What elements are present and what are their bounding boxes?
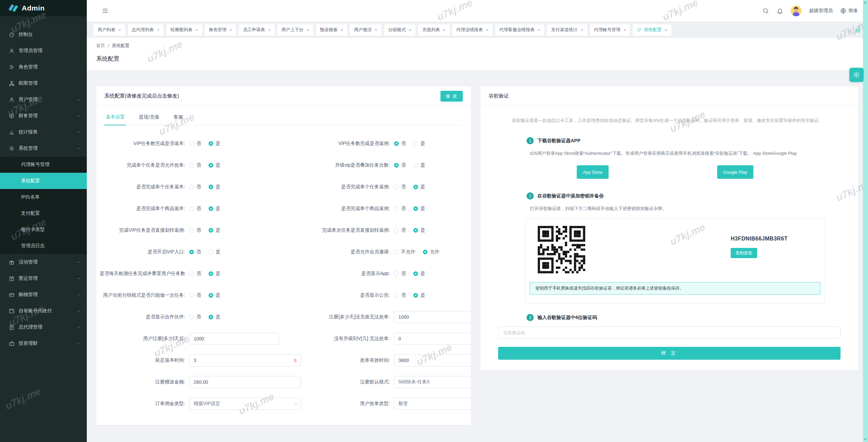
radio-option-是[interactable]: 是: [413, 184, 425, 190]
radio-option-是[interactable]: 是: [209, 206, 220, 212]
google-code-input[interactable]: [498, 327, 841, 339]
radio-option-是[interactable]: 是: [413, 206, 425, 212]
tab-用户上下分[interactable]: 用户上下分×: [277, 24, 313, 36]
radio-unselected-icon[interactable]: [189, 141, 194, 146]
radio-option-是[interactable]: 是: [209, 162, 220, 168]
radio-unselected-icon[interactable]: [189, 228, 194, 233]
radio-option-是[interactable]: 是: [209, 292, 220, 298]
radio-selected-icon[interactable]: [413, 228, 418, 233]
breadcrumb-home[interactable]: 首页: [96, 43, 105, 49]
radio-option-否[interactable]: 否: [189, 249, 201, 255]
sidebar-subitem-代理账号管理[interactable]: 代理账号管理: [0, 156, 87, 173]
tab-总代理列表[interactable]: 总代理列表×: [128, 24, 164, 36]
sidebar-collapse-icon[interactable]: [102, 7, 108, 14]
radio-option-是[interactable]: 是: [209, 184, 220, 190]
tab-用户列表[interactable]: 用户列表×: [94, 24, 125, 36]
tab-预设模板[interactable]: 预设模板×: [316, 24, 348, 36]
text-input[interactable]: [194, 336, 275, 341]
radio-unselected-icon[interactable]: [394, 250, 399, 254]
radio-selected-icon[interactable]: [209, 228, 213, 233]
tab-close-icon[interactable]: ×: [341, 27, 343, 33]
scroll-up-icon[interactable]: [864, 1, 867, 3]
radio-option-否[interactable]: 否: [189, 271, 201, 277]
radio-unselected-icon[interactable]: [189, 315, 194, 319]
radio-selected-icon[interactable]: [394, 141, 399, 146]
radio-selected-icon[interactable]: [209, 271, 213, 276]
sidebar-subitem-支付配置[interactable]: 支付配置: [0, 205, 87, 222]
tab-close-icon[interactable]: ×: [624, 27, 626, 33]
radio-unselected-icon[interactable]: [209, 250, 213, 254]
theme-settings-button[interactable]: [849, 68, 864, 82]
sidebar-item-控制台[interactable]: 控制台: [0, 26, 87, 43]
tab-close-icon[interactable]: ×: [665, 27, 667, 33]
modify-button[interactable]: 修 改: [440, 91, 463, 102]
text-input[interactable]: [398, 314, 471, 320]
radio-unselected-icon[interactable]: [189, 293, 194, 298]
tab-分组模式[interactable]: 分组模式×: [384, 24, 416, 36]
radio-unselected-icon[interactable]: [394, 206, 399, 211]
radio-selected-icon[interactable]: [189, 250, 194, 254]
bind-button[interactable]: 绑 定: [498, 347, 841, 360]
sidebar-item-投资理财[interactable]: 投资理财: [0, 335, 87, 352]
unlock-icon[interactable]: [854, 26, 861, 34]
config-tab-基本设置[interactable]: 基本设置: [104, 112, 126, 125]
google-play-button[interactable]: Google Play: [717, 165, 753, 179]
sidebar-subitem-银行卡类型[interactable]: 银行卡类型: [0, 222, 87, 238]
tab-代理账号管理[interactable]: 代理账号管理×: [590, 24, 630, 36]
text-input[interactable]: [194, 379, 297, 385]
tab-close-icon[interactable]: ×: [443, 27, 446, 33]
sidebar-item-角色管理[interactable]: 角色管理: [0, 59, 87, 75]
tab-员工申请表[interactable]: 员工申请表×: [239, 24, 275, 36]
radio-selected-icon[interactable]: [209, 315, 213, 319]
select-box[interactable]: 裂变: [394, 398, 471, 410]
radio-option-否[interactable]: 否: [189, 206, 201, 212]
radio-option-否[interactable]: 否: [189, 141, 201, 147]
radio-option-否[interactable]: 否: [189, 162, 201, 168]
tab-close-icon[interactable]: ×: [409, 27, 412, 33]
radio-option-允许[interactable]: 允许: [423, 249, 439, 255]
radio-option-否[interactable]: 否: [189, 184, 201, 190]
app-store-button[interactable]: App Store: [577, 165, 609, 179]
radio-option-否[interactable]: 否: [189, 292, 201, 298]
tab-轮播图列表[interactable]: 轮播图列表×: [166, 24, 202, 36]
text-input[interactable]: [194, 358, 291, 363]
radio-selected-icon[interactable]: [413, 185, 418, 189]
config-tab-提现/充值[interactable]: 提现/充值: [138, 112, 161, 125]
sidebar-item-统计报表[interactable]: 统计报表: [0, 124, 87, 140]
tab-close-icon[interactable]: ×: [580, 27, 583, 33]
radio-unselected-icon[interactable]: [189, 163, 194, 168]
refresh-icon[interactable]: [637, 27, 642, 32]
tab-close-icon[interactable]: ×: [268, 27, 271, 33]
radio-option-否[interactable]: 否: [394, 271, 406, 277]
radio-unselected-icon[interactable]: [189, 271, 194, 276]
radio-unselected-icon[interactable]: [394, 185, 399, 189]
sidebar-item-营运管理[interactable]: 营运管理: [0, 270, 87, 287]
radio-selected-icon[interactable]: [209, 163, 213, 168]
copy-key-button[interactable]: 复制密匙: [731, 248, 757, 258]
radio-selected-icon[interactable]: [413, 271, 418, 276]
radio-selected-icon[interactable]: [209, 293, 213, 298]
tab-代理业绩报表[interactable]: 代理业绩报表×: [452, 24, 493, 36]
radio-option-是[interactable]: 是: [413, 292, 425, 298]
radio-option-否[interactable]: 否: [189, 314, 201, 320]
sidebar-item-系统管理[interactable]: 系统管理: [0, 140, 87, 156]
sidebar-subitem-管理员日志[interactable]: 管理员日志: [0, 238, 87, 254]
tab-close-icon[interactable]: ×: [118, 27, 121, 33]
radio-unselected-icon[interactable]: [413, 163, 418, 168]
tab-支付渠道统计[interactable]: 支付渠道统计×: [547, 24, 587, 36]
sidebar-item-总代理管理[interactable]: 总代理管理: [0, 319, 87, 335]
radio-option-是[interactable]: 是: [413, 141, 425, 147]
radio-option-否[interactable]: 否: [394, 206, 406, 212]
notification-bell-icon[interactable]: [776, 7, 783, 14]
radio-selected-icon[interactable]: [209, 206, 213, 211]
radio-option-否[interactable]: 否: [189, 227, 201, 233]
radio-unselected-icon[interactable]: [394, 228, 399, 233]
radio-option-是[interactable]: 是: [413, 271, 425, 277]
sidebar-item-管理员管理[interactable]: 管理员管理: [0, 43, 87, 59]
radio-selected-icon[interactable]: [394, 163, 399, 168]
radio-unselected-icon[interactable]: [413, 141, 418, 146]
radio-unselected-icon[interactable]: [394, 271, 399, 276]
text-input[interactable]: [398, 336, 471, 341]
radio-option-是[interactable]: 是: [209, 314, 220, 320]
tab-代理客服业绩报表[interactable]: 代理客服业绩报表×: [495, 24, 545, 36]
